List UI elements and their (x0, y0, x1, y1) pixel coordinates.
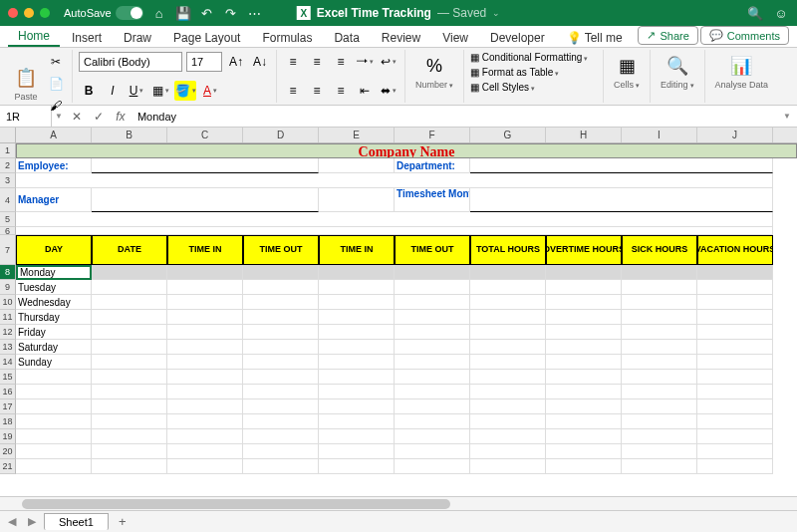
redo-icon[interactable]: ↷ (223, 5, 239, 21)
conditional-formatting-button[interactable]: ▦ Conditional Formatting (470, 52, 588, 63)
tab-draw[interactable]: Draw (114, 28, 161, 47)
row-header-selected[interactable]: 8 (0, 265, 16, 280)
wrap-text-icon[interactable]: ↩ (379, 52, 398, 72)
employee-label[interactable]: Employee: (16, 158, 92, 173)
paste-button[interactable]: 📋 Paste (10, 64, 42, 104)
th-date[interactable]: DATE (92, 235, 167, 265)
align-center-icon[interactable]: ≡ (307, 81, 327, 101)
align-bottom-icon[interactable]: ≡ (331, 52, 351, 72)
th-time-in-2[interactable]: TIME IN (319, 235, 395, 265)
increase-font-icon[interactable]: A↑ (226, 52, 246, 72)
th-total-hours[interactable]: TOTAL HOURS (470, 235, 546, 265)
maximize-window-icon[interactable] (40, 8, 50, 18)
row-header[interactable]: 15 (0, 370, 16, 385)
row-header[interactable]: 7 (0, 235, 16, 265)
manager-input-cell[interactable] (92, 188, 319, 212)
row-header[interactable]: 18 (0, 414, 16, 429)
accept-formula-icon[interactable]: ✓ (88, 110, 110, 124)
analyse-data-button[interactable]: 📊 Analyse Data (711, 52, 773, 92)
tab-data[interactable]: Data (324, 28, 369, 47)
share-button[interactable]: ↗Share (638, 26, 697, 45)
col-header[interactable]: H (546, 128, 622, 142)
row-header[interactable]: 21 (0, 459, 16, 474)
fill-color-button[interactable]: 🪣 (174, 81, 196, 101)
row-header[interactable]: 3 (0, 173, 16, 188)
italic-button[interactable]: I (103, 81, 123, 101)
th-day[interactable]: DAY (16, 235, 92, 265)
col-header[interactable]: G (470, 128, 546, 142)
col-header[interactable]: F (395, 128, 470, 142)
row-header[interactable]: 9 (0, 280, 16, 295)
row-header[interactable]: 5 (0, 212, 16, 227)
orientation-icon[interactable]: ⭢ (355, 52, 375, 72)
sheet-nav-next-icon[interactable]: ▶ (24, 515, 40, 528)
row-header[interactable]: 17 (0, 399, 16, 414)
font-name-select[interactable] (79, 52, 182, 72)
th-time-out-2[interactable]: TIME OUT (395, 235, 470, 265)
decrease-indent-icon[interactable]: ⇤ (355, 81, 375, 101)
row-header[interactable]: 6 (0, 227, 16, 235)
row-header[interactable]: 13 (0, 340, 16, 355)
border-button[interactable]: ▦ (150, 81, 170, 101)
col-header[interactable]: I (622, 128, 697, 142)
col-header[interactable]: A (16, 128, 92, 142)
col-header[interactable]: B (92, 128, 167, 142)
row-header[interactable]: 10 (0, 295, 16, 310)
cells-button[interactable]: ▦ Cells (610, 52, 644, 92)
fx-icon[interactable]: fx (110, 110, 132, 124)
format-painter-icon[interactable]: 🖌 (46, 96, 66, 116)
th-overtime[interactable]: OVERTIME HOURS (546, 235, 622, 265)
day-cell[interactable]: Thursday (16, 310, 92, 325)
font-size-select[interactable] (186, 52, 222, 72)
row-header[interactable]: 2 (0, 158, 16, 173)
day-cell[interactable]: Tuesday (16, 280, 92, 295)
home-icon[interactable]: ⌂ (151, 5, 167, 21)
th-time-out[interactable]: TIME OUT (243, 235, 319, 265)
format-as-table-button[interactable]: ▦ Format as Table (470, 67, 559, 78)
expand-formula-icon[interactable]: ▼ (777, 112, 797, 121)
row-header[interactable]: 16 (0, 385, 16, 399)
timesheet-month-label[interactable]: Timesheet Month: (395, 188, 470, 212)
row-header[interactable]: 20 (0, 444, 16, 459)
close-window-icon[interactable] (8, 8, 18, 18)
row-header[interactable]: 11 (0, 310, 16, 325)
horizontal-scrollbar[interactable] (0, 496, 797, 510)
col-header[interactable]: J (697, 128, 773, 142)
autosave-toggle[interactable]: AutoSave (64, 6, 143, 20)
tab-formulas[interactable]: Formulas (252, 28, 322, 47)
add-sheet-button[interactable]: + (113, 514, 133, 529)
user-icon[interactable]: ☺ (773, 5, 789, 21)
sheet-nav-prev-icon[interactable]: ◀ (4, 515, 20, 528)
bold-button[interactable]: B (79, 81, 99, 101)
day-cell[interactable]: Wednesday (16, 295, 92, 310)
th-vacation[interactable]: VACATION HOURS (697, 235, 773, 265)
align-top-icon[interactable]: ≡ (283, 52, 303, 72)
cut-icon[interactable]: ✂ (46, 52, 66, 72)
col-header[interactable]: D (243, 128, 319, 142)
tab-home[interactable]: Home (8, 26, 60, 47)
scrollbar-thumb[interactable] (22, 499, 450, 509)
day-cell[interactable]: Friday (16, 325, 92, 340)
select-all-corner[interactable] (0, 128, 16, 142)
number-format-button[interactable]: % Number (411, 52, 457, 92)
tab-review[interactable]: Review (372, 28, 430, 47)
formula-input[interactable]: Monday (132, 111, 777, 123)
row-header[interactable]: 4 (0, 188, 16, 212)
spreadsheet-grid[interactable]: A B C D E F G H I J 1 2 3 4 5 6 7 8 9 10… (0, 128, 797, 496)
row-header[interactable]: 1 (0, 143, 16, 158)
comments-button[interactable]: 💬Comments (700, 26, 789, 45)
row-header[interactable]: 19 (0, 429, 16, 444)
align-right-icon[interactable]: ≡ (331, 81, 351, 101)
editing-button[interactable]: 🔍 Editing (657, 52, 698, 92)
undo-icon[interactable]: ↶ (199, 5, 215, 21)
row-header[interactable]: 12 (0, 325, 16, 340)
department-input-cell[interactable] (470, 158, 773, 173)
cancel-formula-icon[interactable]: ✕ (66, 110, 88, 124)
toggle-switch-icon[interactable] (116, 6, 143, 20)
department-label[interactable]: Department: (395, 158, 470, 173)
th-sick[interactable]: SICK HOURS (622, 235, 697, 265)
search-icon[interactable]: 🔍 (747, 5, 763, 21)
day-cell[interactable]: Monday (16, 265, 92, 280)
sheet-tab[interactable]: Sheet1 (44, 513, 109, 530)
col-header[interactable]: C (167, 128, 243, 142)
